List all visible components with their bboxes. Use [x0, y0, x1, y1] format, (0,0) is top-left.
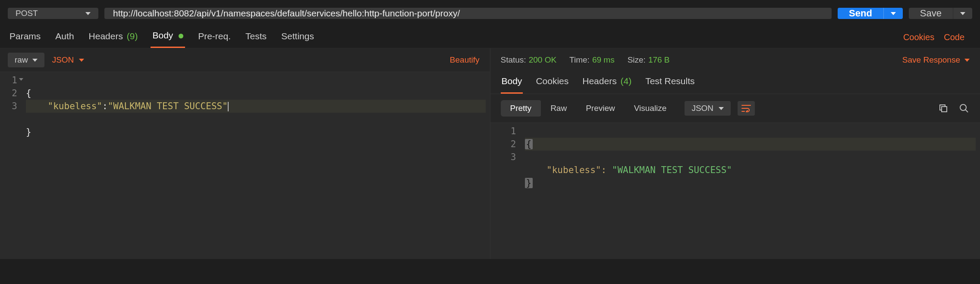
view-raw-button[interactable]: Raw — [541, 100, 576, 117]
code-line: "kubeless": "WALKMAN TEST SUCCESS" — [525, 165, 732, 175]
wrap-lines-button[interactable] — [738, 101, 755, 116]
code-line: { — [26, 88, 31, 98]
tab-body-label: Body — [152, 30, 173, 40]
tab-headers-label: Headers — [89, 31, 123, 41]
copy-icon — [939, 104, 948, 113]
body-format-label: JSON — [52, 55, 74, 65]
code-line: } — [525, 178, 533, 188]
code-link[interactable]: Code — [944, 32, 964, 42]
time-value: 69 ms — [592, 55, 615, 64]
resp-tab-body[interactable]: Body — [501, 72, 523, 94]
editor-gutter: 123 — [490, 123, 521, 259]
body-mode-select[interactable]: raw — [8, 53, 44, 67]
svg-line-3 — [965, 110, 968, 112]
tab-body[interactable]: Body — [151, 27, 185, 48]
beautify-button[interactable]: Beautify — [450, 55, 482, 65]
response-format-select[interactable]: JSON — [685, 101, 731, 116]
chevron-down-icon — [32, 59, 38, 62]
view-pretty-button[interactable]: Pretty — [501, 100, 541, 117]
size-label: Size: — [628, 55, 646, 64]
text-cursor-icon — [228, 102, 229, 111]
save-button[interactable]: Save — [909, 8, 953, 19]
response-meta: Status:200 OK Time:69 ms Size:176 B Save… — [490, 48, 980, 72]
tab-prereq[interactable]: Pre-req. — [196, 28, 232, 47]
svg-point-2 — [960, 104, 966, 110]
response-view-segment: Pretty Raw Preview Visualize — [501, 100, 676, 117]
code-line: { — [525, 138, 976, 151]
request-body-editor[interactable]: 1 2 3 { "kubeless":"WALKMAN TEST SUCCESS… — [0, 72, 490, 259]
view-preview-button[interactable]: Preview — [576, 100, 625, 117]
editor-code[interactable]: { "kubeless":"WALKMAN TEST SUCCESS" } — [22, 72, 490, 259]
chevron-down-icon — [719, 107, 724, 110]
response-body-viewer[interactable]: 123 { "kubeless": "WALKMAN TEST SUCCESS"… — [490, 123, 980, 259]
tab-params[interactable]: Params — [8, 28, 42, 47]
chevron-down-icon — [960, 12, 965, 15]
editor-code[interactable]: { "kubeless": "WALKMAN TEST SUCCESS" } — [521, 123, 980, 259]
resp-tab-test-results[interactable]: Test Results — [644, 72, 695, 94]
status-value: 200 OK — [529, 55, 556, 64]
resp-tab-cookies[interactable]: Cookies — [535, 72, 569, 94]
chevron-down-icon — [964, 59, 970, 62]
save-response-button[interactable]: Save Response — [902, 55, 970, 65]
tab-headers[interactable]: Headers (9) — [87, 28, 140, 47]
view-visualize-button[interactable]: Visualize — [625, 100, 676, 117]
time-label: Time: — [569, 55, 590, 64]
code-line: } — [26, 127, 31, 137]
save-response-label: Save Response — [902, 55, 960, 65]
status-label: Status: — [501, 55, 526, 64]
tab-auth[interactable]: Auth — [53, 28, 75, 47]
send-button[interactable]: Send — [838, 8, 883, 19]
svg-rect-1 — [942, 107, 947, 112]
search-icon — [959, 103, 969, 114]
editor-gutter: 1 2 3 — [0, 72, 22, 259]
resp-tab-headers-count: (4) — [620, 76, 631, 86]
chevron-down-icon — [85, 12, 91, 15]
code-line: "kubeless":"WALKMAN TEST SUCCESS" — [26, 100, 486, 113]
response-panel: Status:200 OK Time:69 ms Size:176 B Save… — [490, 48, 980, 259]
tab-headers-count: (9) — [127, 31, 138, 41]
body-format-select[interactable]: JSON — [52, 55, 85, 65]
resp-tab-headers[interactable]: Headers (4) — [581, 72, 632, 94]
fold-icon — [19, 78, 23, 81]
response-format-label: JSON — [691, 104, 713, 113]
resp-tab-headers-label: Headers — [582, 76, 616, 86]
http-method-label: POST — [16, 9, 38, 18]
request-panel: raw JSON Beautify 1 2 3 { "kubeless":"WA… — [0, 48, 490, 259]
unsaved-dot-icon — [179, 34, 183, 38]
wrap-icon — [741, 104, 751, 112]
body-mode-label: raw — [15, 55, 28, 65]
save-dropdown-button[interactable] — [953, 8, 972, 19]
tab-settings[interactable]: Settings — [280, 28, 316, 47]
search-response-button[interactable] — [958, 103, 970, 114]
send-dropdown-button[interactable] — [883, 8, 903, 19]
copy-response-button[interactable] — [938, 103, 949, 114]
chevron-down-icon — [79, 59, 84, 62]
chevron-down-icon — [891, 12, 896, 15]
http-method-select[interactable]: POST — [8, 8, 98, 19]
cookies-link[interactable]: Cookies — [903, 32, 934, 42]
request-url-input[interactable] — [104, 8, 832, 19]
size-value: 176 B — [648, 55, 670, 64]
tab-tests[interactable]: Tests — [244, 28, 268, 47]
